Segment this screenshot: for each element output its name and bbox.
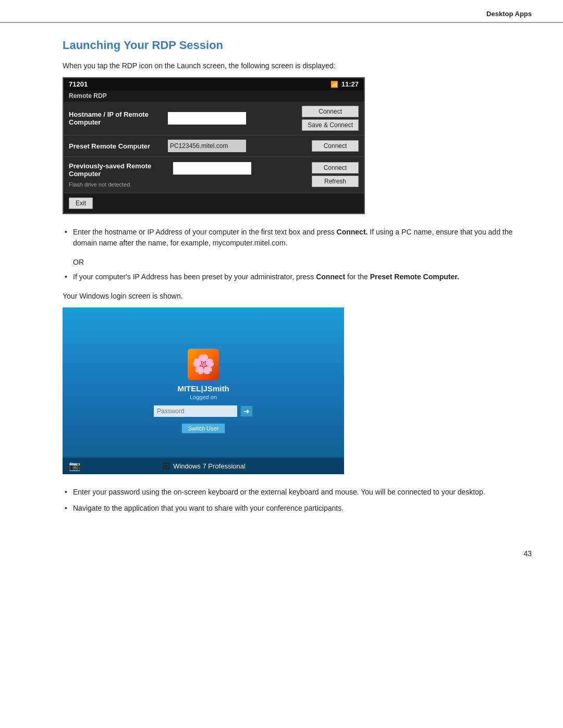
win-switch-user-btn[interactable]: Switch User bbox=[181, 423, 226, 434]
rdp-label-preset: Preset Remote Computer bbox=[69, 142, 163, 150]
bullet-bottom-2: Navigate to the application that you wan… bbox=[63, 503, 516, 514]
win-logo-area: ⊞ Windows 7 Professional bbox=[162, 460, 246, 472]
rdp-time: 11:27 bbox=[341, 80, 359, 88]
rdp-input-saved-wrapper bbox=[173, 162, 251, 175]
section-title: Launching Your RDP Session bbox=[63, 39, 516, 52]
rdp-label-bar: Remote RDP bbox=[64, 90, 364, 102]
windows-logo-icon: ⊞ bbox=[162, 460, 170, 472]
wifi-icon: 📶 bbox=[331, 81, 338, 88]
bullet-item-2: If your computer's IP Address has been p… bbox=[63, 272, 516, 282]
rdp-screen-mockup: 71201 📶 11:27 Remote RDP Hostname / IP o… bbox=[63, 77, 365, 214]
rdp-label-saved: Previously-saved RemoteComputer bbox=[69, 162, 163, 178]
bullet-item-1: Enter the hostname or IP Address of your… bbox=[63, 227, 516, 249]
bullet2-text-mid: for the bbox=[345, 273, 370, 281]
rdp-input-hostname[interactable] bbox=[168, 112, 246, 125]
rdp-row-hostname: Hostname / IP of RemoteComputer Connect … bbox=[64, 102, 364, 135]
rdp-save-connect-btn[interactable]: Save & Connect bbox=[302, 119, 359, 131]
rdp-row-saved: Previously-saved RemoteComputer Flash dr… bbox=[64, 157, 364, 193]
win-user-icon: 🌸 bbox=[188, 349, 219, 380]
bullet2-bold-connect: Connect bbox=[316, 273, 345, 281]
bullet-list: Enter the hostname or IP Address of your… bbox=[63, 227, 516, 249]
bullet1-bold: Connect. bbox=[337, 228, 368, 236]
bullet1-text-before: Enter the hostname or IP Address of your… bbox=[73, 228, 337, 236]
rdp-buttons-hostname: Connect Save & Connect bbox=[302, 106, 359, 131]
page-content: Launching Your RDP Session When you tap … bbox=[0, 23, 563, 544]
bullet-list-2: If your computer's IP Address has been p… bbox=[63, 272, 516, 282]
win-logo-text: Windows 7 Professional bbox=[173, 462, 246, 470]
rdp-refresh-btn[interactable]: Refresh bbox=[312, 176, 359, 187]
win-username: MITEL|JSmith bbox=[177, 384, 229, 393]
intro-text: When you tap the RDP icon on the Launch … bbox=[63, 61, 516, 70]
page-number: 43 bbox=[0, 544, 563, 563]
rdp-buttons-saved: Connect Refresh bbox=[312, 162, 359, 187]
rdp-flash-msg: Flash drive not detected. bbox=[69, 181, 163, 188]
bullet2-text-before: If your computer's IP Address has been p… bbox=[73, 273, 316, 281]
rdp-exit-row: Exit bbox=[64, 193, 364, 213]
rdp-connect-btn-hostname[interactable]: Connect bbox=[302, 106, 359, 117]
bullet-bottom-1-text: Enter your password using the on-screen … bbox=[73, 488, 485, 496]
bullet-bottom-2-text: Navigate to the application that you wan… bbox=[73, 504, 344, 512]
win-bottom-bar: 📷 ⊞ Windows 7 Professional bbox=[63, 458, 344, 474]
win-password-input[interactable] bbox=[154, 405, 237, 417]
windows-login-screen: 🌸 MITEL|JSmith Logged on ➜ Switch User 📷… bbox=[63, 307, 344, 474]
header-title: Desktop Apps bbox=[486, 10, 532, 18]
win-arrow-btn[interactable]: ➜ bbox=[240, 405, 253, 417]
rdp-exit-btn[interactable]: Exit bbox=[69, 198, 93, 209]
rdp-title-bar: 71201 📶 11:27 bbox=[64, 78, 364, 90]
rdp-row-preset: Preset Remote Computer PC123456.mitel.co… bbox=[64, 135, 364, 157]
flower-icon: 🌸 bbox=[192, 353, 215, 375]
rdp-phone-number: 71201 bbox=[69, 80, 88, 88]
win-camera-icon: 📷 bbox=[69, 460, 80, 472]
page-header: Desktop Apps bbox=[0, 0, 563, 23]
rdp-input-saved[interactable] bbox=[173, 162, 251, 175]
win-password-row: ➜ bbox=[154, 405, 253, 417]
bullet-bottom-1: Enter your password using the on-screen … bbox=[63, 487, 516, 498]
bullet-list-bottom: Enter your password using the on-screen … bbox=[63, 487, 516, 514]
rdp-label-hostname: Hostname / IP of RemoteComputer bbox=[69, 110, 163, 126]
rdp-buttons-preset: Connect bbox=[312, 140, 359, 152]
rdp-input-preset: PC123456.mitel.com bbox=[168, 140, 246, 152]
or-label: OR bbox=[73, 258, 516, 266]
rdp-connect-btn-preset[interactable]: Connect bbox=[312, 140, 359, 152]
rdp-saved-inner: Previously-saved RemoteComputer Flash dr… bbox=[69, 162, 163, 188]
rdp-connect-btn-saved[interactable]: Connect bbox=[312, 162, 359, 174]
rdp-time-area: 📶 11:27 bbox=[331, 80, 359, 88]
win-screen-intro: Your Windows login screen is shown. bbox=[63, 292, 516, 300]
bullet2-bold-preset: Preset Remote Computer. bbox=[370, 273, 459, 281]
win-logged-on: Logged on bbox=[190, 394, 217, 400]
